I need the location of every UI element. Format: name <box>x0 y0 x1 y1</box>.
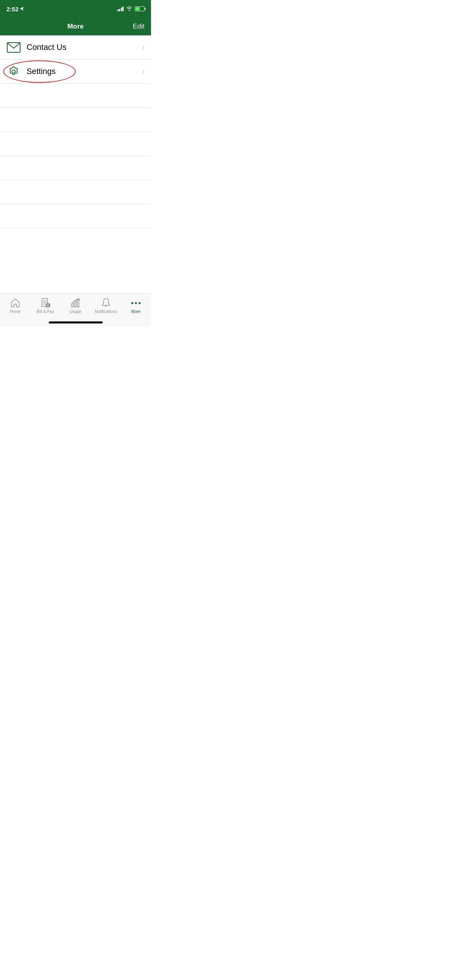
empty-row-3 <box>0 132 151 156</box>
contact-us-item[interactable]: Contact Us › <box>0 35 151 60</box>
tab-home-label: Home <box>10 309 21 314</box>
home-indicator <box>49 321 103 323</box>
tab-usage-label: Usage <box>70 309 81 314</box>
signal-bars-icon <box>117 6 124 11</box>
svg-rect-7 <box>72 303 73 307</box>
svg-rect-8 <box>74 301 76 307</box>
empty-row-4 <box>0 156 151 180</box>
status-bar: 2:52 <box>0 0 151 18</box>
gear-icon <box>6 64 21 79</box>
svg-rect-9 <box>77 300 79 307</box>
svg-text:$: $ <box>47 304 49 308</box>
mail-icon <box>6 40 21 55</box>
wifi-icon <box>126 6 132 12</box>
list-container: Contact Us › Settings › <box>0 35 151 229</box>
page-title: More <box>67 23 84 31</box>
gear-svg <box>8 66 20 78</box>
tab-more-label: More <box>131 309 141 314</box>
contact-us-label: Contact Us <box>27 43 142 52</box>
empty-row-5 <box>0 180 151 204</box>
location-arrow-icon <box>20 6 24 11</box>
empty-row-6 <box>0 204 151 229</box>
home-icon <box>10 298 21 308</box>
tab-bill-pay[interactable]: $ Bill & Pay <box>30 297 60 314</box>
tab-usage[interactable]: Usage <box>60 297 91 314</box>
settings-label: Settings <box>27 67 142 76</box>
tab-bill-pay-label: Bill & Pay <box>37 309 54 314</box>
more-icon <box>131 298 141 308</box>
mail-svg <box>7 42 21 53</box>
dot-2 <box>135 302 137 304</box>
wifi-svg <box>126 6 132 11</box>
chevron-icon: › <box>142 43 145 51</box>
tab-more[interactable]: More <box>121 297 151 314</box>
nav-header: More Edit <box>0 18 151 35</box>
dot-1 <box>131 302 133 304</box>
status-icons <box>117 6 145 12</box>
tab-notifications[interactable]: Notifications <box>91 297 121 314</box>
status-time: 2:52 <box>6 6 24 12</box>
bell-icon <box>101 298 111 308</box>
battery-icon <box>135 6 145 11</box>
empty-row-1 <box>0 84 151 108</box>
tab-home[interactable]: Home <box>0 297 30 314</box>
tab-notifications-label: Notifications <box>95 309 116 314</box>
empty-row-2 <box>0 108 151 132</box>
settings-item[interactable]: Settings › <box>0 60 151 84</box>
dot-3 <box>139 302 141 304</box>
bill-icon: $ <box>40 298 51 308</box>
chevron-icon: › <box>142 67 145 76</box>
usage-icon <box>70 298 81 308</box>
edit-button[interactable]: Edit <box>133 23 145 31</box>
